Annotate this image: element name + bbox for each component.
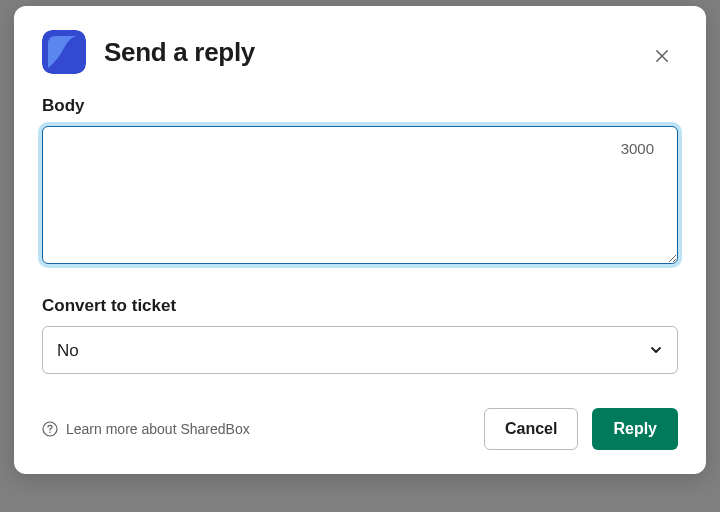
convert-select[interactable]: No (42, 326, 678, 374)
body-label: Body (42, 96, 678, 116)
svg-point-2 (49, 432, 50, 433)
help-icon (42, 421, 58, 437)
convert-field-wrap: No (42, 326, 678, 374)
modal-actions: Cancel Reply (484, 408, 678, 450)
modal-header: Send a reply (42, 30, 678, 74)
send-reply-modal: Send a reply Body 3000 Convert to ticket… (14, 6, 706, 474)
help-text: Learn more about SharedBox (66, 421, 250, 437)
body-field-wrap: 3000 (42, 126, 678, 268)
modal-footer: Learn more about SharedBox Cancel Reply (42, 408, 678, 450)
close-icon (653, 47, 671, 65)
reply-button[interactable]: Reply (592, 408, 678, 450)
convert-label: Convert to ticket (42, 296, 678, 316)
close-button[interactable] (650, 44, 674, 68)
modal-title: Send a reply (104, 37, 255, 68)
cancel-button[interactable]: Cancel (484, 408, 578, 450)
body-textarea[interactable] (42, 126, 678, 264)
help-link[interactable]: Learn more about SharedBox (42, 421, 250, 437)
app-icon (42, 30, 86, 74)
